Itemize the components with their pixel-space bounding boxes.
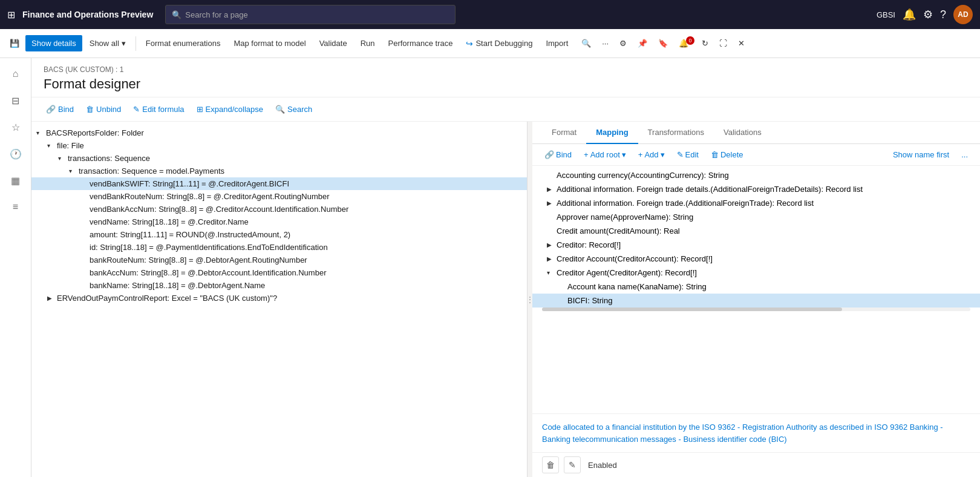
global-search-bar[interactable]: 🔍 Search for a page	[165, 5, 456, 24]
tree-item[interactable]: ▾transaction: Sequence = model.Payments	[31, 165, 527, 177]
show-name-first-button[interactable]: Show name first	[888, 148, 954, 162]
map-arrow-icon: ▶	[547, 255, 557, 262]
tree-item[interactable]: bankName: String[18..18] = @.DebtorAgent…	[31, 279, 527, 292]
tree-item-label: bankAccNum: String[8..8] = @.DebtorAccou…	[90, 268, 326, 277]
mapping-items: Accounting currency(AccountingCurrency):…	[532, 168, 980, 308]
performance-trace-button[interactable]: Performance trace	[382, 35, 459, 51]
tree-item[interactable]: ▶ERVendOutPaymControlReport: Excel = "BA…	[31, 292, 527, 304]
mapping-item[interactable]: ▶Additional information. Foreign trade d…	[532, 182, 980, 196]
mapping-item[interactable]: ▾Creditor Agent(CreditorAgent): Record[!…	[532, 266, 980, 280]
start-debugging-button[interactable]: ↪ Start Debugging	[460, 35, 538, 52]
map-item-label: Creditor: Record[!]	[557, 240, 621, 249]
main-toolbar: 💾 Show details Show all ▾ Format enumera…	[0, 29, 980, 58]
tree-item[interactable]: vendBankRouteNum: String[8..8] = @.Credi…	[31, 190, 527, 203]
toolbar-more-button[interactable]: ···	[597, 35, 613, 51]
mapping-item[interactable]: ▶Creditor: Record[!]	[532, 238, 980, 252]
tree-item[interactable]: bankRouteNum: String[8..8] = @.DebtorAge…	[31, 254, 527, 266]
toolbar-gear-icon[interactable]: ⚙	[615, 35, 632, 51]
tree-item[interactable]: ▾file: File	[31, 139, 527, 152]
app-grid-icon[interactable]: ⊞	[7, 9, 15, 21]
add-chevron: ▾	[661, 150, 665, 159]
sidebar-clock-icon[interactable]: 🕐	[5, 143, 27, 165]
notification-icon[interactable]: 🔔	[903, 8, 916, 21]
toolbar-badge-button[interactable]: 🔔0	[674, 35, 696, 51]
mapping-more-button[interactable]: ...	[956, 148, 973, 162]
tab-transformations[interactable]: Transformations	[638, 122, 714, 144]
tree-arrow-icon: ▾	[69, 168, 79, 174]
mapping-item[interactable]: Credit amount(CreditAmount): Real	[532, 224, 980, 238]
search-button[interactable]: 🔍 Search	[270, 102, 317, 117]
mapping-item[interactable]: Accounting currency(AccountingCurrency):…	[532, 168, 980, 182]
mapping-add-root-button[interactable]: + Add root ▾	[579, 148, 631, 162]
mapping-add-button[interactable]: + Add ▾	[633, 148, 670, 162]
horizontal-scrollbar[interactable]	[542, 308, 970, 311]
tab-mapping[interactable]: Mapping	[586, 122, 638, 144]
settings-icon[interactable]: ⚙	[923, 8, 933, 21]
mapping-bind-button[interactable]: 🔗 Bind	[540, 148, 577, 162]
mapping-item[interactable]: ▶Creditor Account(CreditorAccount): Reco…	[532, 252, 980, 266]
show-all-button[interactable]: Show all ▾	[83, 35, 132, 51]
user-avatar[interactable]: AD	[953, 5, 973, 24]
pane-separator[interactable]	[528, 122, 532, 477]
mapping-edit-button[interactable]: ✎ Edit	[672, 148, 704, 162]
validate-button[interactable]: Validate	[313, 35, 353, 51]
tree-item[interactable]: vendBankSWIFT: String[11..11] = @.Credit…	[31, 177, 527, 190]
expand-collapse-button[interactable]: ⊞ Expand/collapse	[192, 102, 268, 117]
toolbar-pin-icon[interactable]: 📌	[633, 35, 652, 51]
sidebar-filter-icon[interactable]: ⊟	[5, 90, 27, 111]
tab-validations[interactable]: Validations	[714, 122, 771, 144]
format-enumerations-button[interactable]: Format enumerations	[140, 35, 227, 51]
tree-item[interactable]: vendName: String[18..18] = @.Creditor.Na…	[31, 215, 527, 228]
sidebar-list-icon[interactable]: ≡	[5, 196, 27, 218]
tree-arrow-icon: ▾	[58, 155, 68, 162]
tree-arrow-icon: ▶	[47, 295, 57, 301]
status-label: Enabled	[588, 461, 617, 470]
toolbar-search-icon[interactable]: 🔍	[577, 35, 596, 51]
tree-item[interactable]: ▾transactions: Sequence	[31, 152, 527, 165]
mapping-item[interactable]: ▶Additional information. Foreign trade.(…	[532, 196, 980, 210]
tree-item-label: ERVendOutPaymControlReport: Excel = "BAC…	[57, 294, 277, 303]
tree-item[interactable]: vendBankAccNum: String[8..8] = @.Credito…	[31, 203, 527, 215]
tree-item[interactable]: id: String[18..18] = @.PaymentIdentifica…	[31, 241, 527, 254]
tree-item[interactable]: bankAccNum: String[8..8] = @.DebtorAccou…	[31, 266, 527, 279]
import-button[interactable]: Import	[540, 35, 574, 51]
toolbar-close-icon[interactable]: ✕	[733, 35, 750, 51]
run-button[interactable]: Run	[354, 35, 381, 51]
sidebar-home-icon[interactable]: ⌂	[5, 63, 27, 85]
mapping-item[interactable]: Approver name(ApproverName): String	[532, 210, 980, 224]
bind-button[interactable]: 🔗 Bind	[41, 102, 79, 117]
tree-item-label: vendBankRouteNum: String[8..8] = @.Credi…	[90, 192, 330, 201]
mapping-item[interactable]: Account kana name(KanaName): String	[532, 280, 980, 294]
main-layout: ⌂ ⊟ ☆ 🕐 ▦ ≡ BACS (UK CUSTOM) : 1 Format …	[0, 58, 980, 477]
horizontal-scroll-thumb[interactable]	[542, 308, 842, 311]
tree-item-label: vendBankSWIFT: String[11..11] = @.Credit…	[90, 179, 289, 188]
toolbar-separator-1	[136, 36, 136, 51]
tree-item-label: vendBankAccNum: String[8..8] = @.Credito…	[90, 205, 348, 214]
sidebar-grid-icon[interactable]: ▦	[5, 169, 27, 191]
unbind-button[interactable]: 🗑 Unbind	[81, 102, 126, 117]
edit-formula-button[interactable]: ✎ Edit formula	[128, 102, 189, 117]
toolbar-refresh-icon[interactable]: ↻	[697, 35, 713, 51]
toolbar-expand-icon[interactable]: ⛶	[714, 35, 732, 51]
description-text: Code allocated to a financial institutio…	[542, 423, 943, 444]
map-item-label: Approver name(ApproverName): String	[557, 212, 693, 222]
save-icon-button[interactable]: 💾	[5, 35, 24, 51]
mapping-delete-button[interactable]: 🗑 Delete	[706, 148, 748, 162]
status-delete-button[interactable]: 🗑	[542, 456, 559, 473]
app-title: Finance and Operations Preview	[22, 10, 153, 19]
tree-item[interactable]: ▾BACSReportsFolder: Folder	[31, 127, 527, 139]
search-placeholder: Search for a page	[185, 10, 247, 19]
map-format-to-model-button[interactable]: Map format to model	[227, 35, 312, 51]
show-details-button[interactable]: Show details	[25, 35, 82, 51]
edit-icon: ✎	[677, 150, 684, 159]
sidebar-star-icon[interactable]: ☆	[5, 116, 27, 138]
toolbar-bookmark-icon[interactable]: 🔖	[653, 35, 673, 51]
map-item-label: Creditor Account(CreditorAccount): Recor…	[557, 254, 713, 263]
tree-item[interactable]: amount: String[11..11] = ROUND(@.Instruc…	[31, 228, 527, 241]
help-icon[interactable]: ?	[940, 8, 946, 21]
map-arrow-icon: ▶	[547, 242, 557, 248]
mapping-item[interactable]: BICFI: String	[532, 294, 980, 308]
map-item-label: BICFI: String	[567, 296, 612, 305]
status-edit-button[interactable]: ✎	[564, 456, 581, 473]
tab-format[interactable]: Format	[542, 122, 586, 144]
